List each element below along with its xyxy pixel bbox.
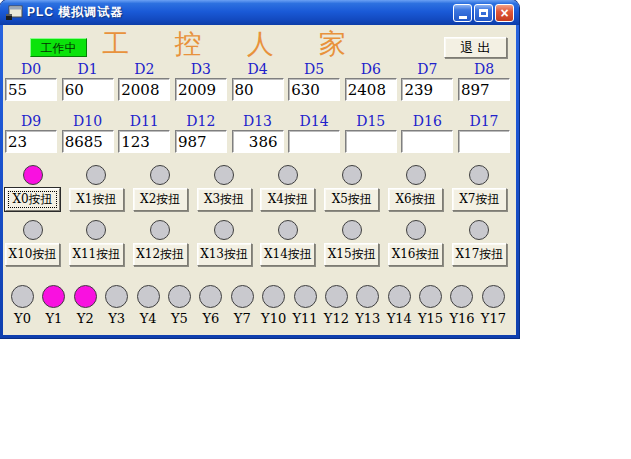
d-register-input[interactable]: [5, 130, 57, 153]
app-icon: [5, 5, 23, 21]
x-input-cell: X2按扭: [133, 165, 188, 211]
d-register-row-1: D0 D1 D2 D3 D4: [5, 61, 510, 101]
x-input-led: [214, 165, 234, 185]
x-input-button[interactable]: X1按扭: [69, 188, 124, 211]
titlebar[interactable]: PLC 模拟调试器 ×: [0, 0, 519, 25]
y-output-led: [294, 285, 317, 308]
d-register-row-2: D9 D10 D11 D12 D: [5, 113, 510, 153]
x-input-led: [86, 220, 106, 240]
d-register-input[interactable]: [401, 130, 453, 153]
d-register-input[interactable]: [62, 130, 114, 153]
y-output-cell: Y7: [228, 285, 257, 326]
minimize-icon: [459, 16, 467, 19]
d-register-cell: D7: [401, 61, 453, 101]
x-input-led: [150, 165, 170, 185]
d-register-cell: D6: [345, 61, 397, 101]
y-output-label: Y10: [261, 312, 286, 326]
d-register-input[interactable]: [232, 130, 284, 153]
x-input-cell: X1按扭: [69, 165, 124, 211]
d-register-input[interactable]: [288, 130, 340, 153]
y-output-led: [74, 285, 97, 308]
x-input-button[interactable]: X17按扭: [452, 243, 507, 266]
x-input-cell: X4按扭: [260, 165, 315, 211]
x-input-button[interactable]: X15按扭: [324, 243, 379, 266]
x-button-row-1: X0按扭 X1按扭 X2按扭 X3按扭: [5, 165, 507, 211]
y-output-cell: Y11: [291, 285, 320, 326]
x-input-led: [406, 165, 426, 185]
y-output-cell: Y4: [134, 285, 163, 326]
x-input-button[interactable]: X6按扭: [388, 188, 443, 211]
x-input-button[interactable]: X5按扭: [324, 188, 379, 211]
d-register-input[interactable]: [288, 78, 340, 101]
d-register-input[interactable]: [118, 130, 170, 153]
d-register-cell: D15: [345, 113, 397, 153]
d-register-input[interactable]: [5, 78, 57, 101]
d-register-input[interactable]: [62, 78, 114, 101]
x-input-cell: X6按扭: [388, 165, 443, 211]
d-register-label: D14: [288, 113, 340, 130]
x-input-cell: X7按扭: [452, 165, 507, 211]
x-input-button[interactable]: X2按扭: [133, 188, 188, 211]
x-input-cell: X13按扭: [197, 220, 252, 266]
banner-char: 人: [247, 26, 274, 62]
status-button[interactable]: 工作中: [30, 38, 87, 57]
y-output-label: Y4: [140, 312, 157, 326]
x-input-cell: X10按扭: [5, 220, 60, 266]
x-input-button[interactable]: X3按扭: [197, 188, 252, 211]
x-input-cell: X0按扭: [5, 165, 60, 211]
x-input-led: [278, 165, 298, 185]
d-register-label: D8: [458, 61, 510, 78]
d-register-input[interactable]: [345, 130, 397, 153]
window-title: PLC 模拟调试器: [27, 4, 453, 21]
d-register-input[interactable]: [401, 78, 453, 101]
d-register-input[interactable]: [458, 78, 510, 101]
x-input-led: [342, 165, 362, 185]
x-input-led: [86, 165, 106, 185]
d-register-label: D16: [401, 113, 453, 130]
x-input-led: [23, 220, 43, 240]
y-output-led: [199, 285, 222, 308]
d-register-label: D2: [118, 61, 170, 78]
x-input-button[interactable]: X0按扭: [5, 188, 60, 211]
banner-text: 工 控 人 家: [102, 27, 346, 61]
d-register-label: D13: [232, 113, 284, 130]
d-register-input[interactable]: [118, 78, 170, 101]
d-register-input[interactable]: [175, 78, 227, 101]
y-output-label: Y13: [355, 312, 380, 326]
maximize-button[interactable]: [474, 4, 493, 22]
d-register-label: D9: [5, 113, 57, 130]
x-input-button[interactable]: X4按扭: [260, 188, 315, 211]
x-input-led: [23, 165, 43, 185]
x-input-led: [214, 220, 234, 240]
d-register-input[interactable]: [232, 78, 284, 101]
d-register-input[interactable]: [345, 78, 397, 101]
d-register-cell: D11: [118, 113, 170, 153]
minimize-button[interactable]: [453, 4, 472, 22]
x-input-button[interactable]: X11按扭: [69, 243, 124, 266]
x-input-button[interactable]: X10按扭: [5, 243, 60, 266]
client-area: 工作中 工 控 人 家 退 出 D0 D1: [3, 25, 516, 335]
x-input-led: [150, 220, 170, 240]
x-input-button[interactable]: X14按扭: [260, 243, 315, 266]
x-input-button[interactable]: X7按扭: [452, 188, 507, 211]
d-register-label: D15: [345, 113, 397, 130]
exit-button[interactable]: 退 出: [444, 37, 507, 58]
x-input-button[interactable]: X13按扭: [197, 243, 252, 266]
y-output-led: [262, 285, 285, 308]
x-input-button[interactable]: X16按扭: [388, 243, 443, 266]
banner-char: 家: [319, 26, 346, 62]
x-input-led: [342, 220, 362, 240]
d-register-input[interactable]: [458, 130, 510, 153]
d-register-cell: D14: [288, 113, 340, 153]
x-input-button[interactable]: X12按扭: [133, 243, 188, 266]
y-output-led: [388, 285, 411, 308]
d-register-label: D12: [175, 113, 227, 130]
close-button[interactable]: ×: [495, 4, 514, 22]
y-output-cell: Y2: [71, 285, 100, 326]
y-output-cell: Y15: [416, 285, 445, 326]
d-register-input[interactable]: [175, 130, 227, 153]
y-output-led: [450, 285, 473, 308]
y-output-label: Y15: [418, 312, 443, 326]
y-output-row: Y0 Y1 Y2 Y3 Y4: [8, 285, 508, 326]
y-output-label: Y11: [292, 312, 317, 326]
